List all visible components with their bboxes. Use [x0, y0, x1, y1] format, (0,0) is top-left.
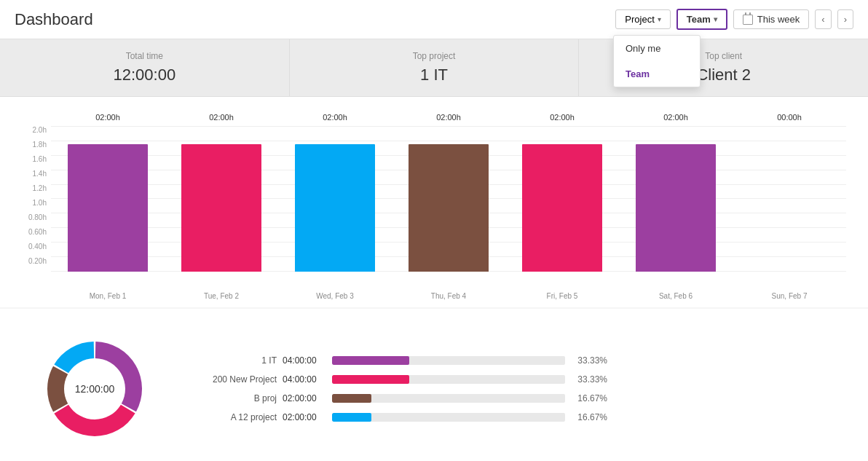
- bar-col: 02:00h: [619, 126, 733, 272]
- header: Dashboard Project ▾ Team ▾ Only me Team …: [0, 0, 868, 39]
- bar-col: 02:00h: [392, 126, 505, 272]
- donut-chart: 12:00:00: [22, 323, 167, 454]
- legend-bar-background: [332, 394, 565, 403]
- x-axis-label: Wed, Feb 3: [278, 292, 392, 300]
- bar: [181, 144, 261, 272]
- legend-bar-fill: [332, 356, 409, 365]
- prev-week-button[interactable]: ‹: [815, 9, 831, 29]
- bar: [636, 144, 715, 272]
- y-axis-label: 0.80h: [28, 213, 47, 221]
- legend-project-time: 04:00:00: [283, 374, 326, 385]
- legend-bar-fill: [332, 394, 371, 403]
- x-axis-label: Sat, Feb 6: [619, 292, 733, 300]
- bar-top-label: 02:00h: [323, 113, 347, 122]
- donut-center-label: 12:00:00: [75, 383, 115, 395]
- stat-total-time: Total time 12:00:00: [0, 39, 290, 96]
- project-dropdown-arrow: ▾: [658, 15, 661, 23]
- project-filter-button[interactable]: Project ▾: [615, 9, 670, 29]
- page-title: Dashboard: [15, 10, 93, 29]
- legend-row: B proj02:00:0016.67%: [189, 393, 846, 403]
- y-axis-label: 1.8h: [33, 141, 47, 149]
- team-dropdown-menu: Only me Team: [613, 35, 701, 87]
- legend-section: 1 IT04:00:0033.33%200 New Project04:00:0…: [189, 323, 846, 454]
- next-week-button[interactable]: ›: [837, 9, 853, 29]
- bar: [295, 144, 374, 272]
- bar-col: 02:00h: [51, 126, 165, 272]
- bars-container: 02:00h02:00h02:00h02:00h02:00h02:00h00:0…: [51, 126, 846, 272]
- header-controls: Project ▾ Team ▾ Only me Team This week …: [615, 9, 853, 30]
- x-axis-label: Mon, Feb 1: [51, 292, 165, 300]
- calendar-icon: [743, 15, 753, 25]
- y-axis-label: 2.0h: [33, 126, 47, 134]
- team-dropdown-arrow: ▾: [714, 15, 717, 23]
- bar: [522, 144, 601, 272]
- date-range-button[interactable]: This week: [733, 9, 810, 29]
- x-axis-label: Sun, Feb 7: [733, 292, 846, 300]
- team-filter-button[interactable]: Team ▾: [676, 9, 727, 30]
- y-axis: 2.0h1.8h1.6h1.4h1.2h1.0h0.80h0.60h0.40h0…: [22, 126, 51, 272]
- legend-project-pct: 33.33%: [571, 374, 607, 385]
- bar-col: 02:00h: [165, 126, 278, 272]
- legend-project-name: 1 IT: [189, 355, 277, 366]
- dropdown-item-only-me[interactable]: Only me: [614, 36, 700, 61]
- bar-top-label: 02:00h: [550, 113, 575, 122]
- y-axis-label: 0.40h: [28, 243, 47, 251]
- bar-col: 02:00h: [505, 126, 619, 272]
- stat-top-project: Top project 1 IT: [290, 39, 580, 96]
- legend-bar-background: [332, 375, 565, 384]
- legend-project-name: A 12 project: [189, 412, 277, 422]
- legend-row: 200 New Project04:00:0033.33%: [189, 374, 846, 385]
- legend-row: A 12 project02:00:0016.67%: [189, 412, 846, 422]
- x-axis-label: Thu, Feb 4: [392, 292, 505, 300]
- legend-bar-background: [332, 356, 565, 365]
- legend-project-name: B proj: [189, 393, 277, 403]
- bar: [409, 144, 488, 272]
- y-axis-label: 0.60h: [28, 228, 47, 236]
- legend-bar-fill: [332, 413, 371, 422]
- legend-bar-background: [332, 413, 565, 422]
- legend-project-time: 02:00:00: [283, 393, 326, 403]
- bar-chart-section: 2.0h1.8h1.6h1.4h1.2h1.0h0.80h0.60h0.40h0…: [0, 97, 868, 307]
- legend-row: 1 IT04:00:0033.33%: [189, 355, 846, 366]
- legend-project-name: 200 New Project: [189, 374, 277, 385]
- x-axis: Mon, Feb 1Tue, Feb 2Wed, Feb 3Thu, Feb 4…: [51, 292, 846, 300]
- y-axis-label: 0.20h: [28, 257, 47, 265]
- bottom-section: 12:00:00 1 IT04:00:0033.33%200 New Proje…: [0, 309, 868, 461]
- bar-top-label: 02:00h: [663, 113, 688, 122]
- legend-project-pct: 16.67%: [571, 412, 607, 422]
- bar-top-label: 02:00h: [436, 113, 461, 122]
- legend-bar-fill: [332, 375, 409, 384]
- dropdown-item-team[interactable]: Team: [614, 61, 700, 87]
- bar: [68, 144, 147, 272]
- x-axis-label: Tue, Feb 2: [165, 292, 278, 300]
- x-axis-label: Fri, Feb 5: [505, 292, 619, 300]
- bar-top-label: 00:00h: [777, 113, 802, 122]
- bar-col: 00:00h: [733, 126, 846, 272]
- bar-top-label: 02:00h: [95, 113, 120, 122]
- chart-area: 02:00h02:00h02:00h02:00h02:00h02:00h00:0…: [51, 126, 846, 272]
- legend-project-time: 02:00:00: [283, 412, 326, 422]
- bar-col: 02:00h: [278, 126, 392, 272]
- legend-project-pct: 16.67%: [571, 393, 607, 403]
- stats-row: Total time 12:00:00 Top project 1 IT Top…: [0, 39, 868, 97]
- legend-project-time: 04:00:00: [283, 355, 326, 366]
- y-axis-label: 1.4h: [33, 170, 47, 178]
- bar-top-label: 02:00h: [209, 113, 234, 122]
- y-axis-label: 1.2h: [33, 184, 47, 192]
- y-axis-label: 1.6h: [33, 155, 47, 163]
- legend-project-pct: 33.33%: [571, 355, 607, 366]
- y-axis-label: 1.0h: [33, 199, 47, 207]
